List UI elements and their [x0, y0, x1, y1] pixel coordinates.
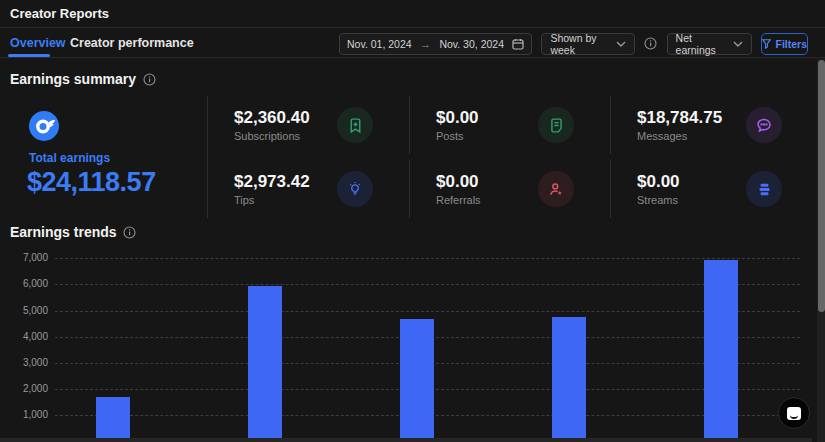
page-title: Creator Reports — [10, 6, 109, 21]
user-star-icon — [538, 171, 574, 207]
metric-value: Net earnings — [676, 32, 734, 56]
funnel-icon — [762, 39, 771, 49]
stat-value: $18,784.75 — [637, 108, 722, 128]
vertical-scrollbar-thumb[interactable] — [818, 60, 825, 312]
stat-label: Tips — [234, 194, 310, 206]
date-range-picker[interactable]: Nov. 01, 2024 → Nov. 30, 2024 — [339, 33, 532, 55]
filters-label: Filters — [775, 38, 807, 50]
y-axis-tick-label: 4,000 — [0, 331, 48, 342]
chevron-down-icon — [733, 41, 743, 47]
info-icon[interactable] — [123, 225, 137, 239]
chevron-down-icon — [616, 41, 626, 47]
metric-select[interactable]: Net earnings — [667, 33, 753, 55]
earnings-summary-title: Earnings summary — [10, 71, 136, 87]
viewport-bottom-edge — [0, 438, 812, 442]
gridline — [55, 311, 800, 312]
earnings-bar[interactable] — [704, 260, 738, 442]
creator-reports-page: Creator Reports Overview Creator perform… — [0, 0, 825, 442]
shown-by-select[interactable]: Shown by week — [541, 33, 635, 55]
stat-value: $0.00 — [637, 172, 680, 192]
info-icon[interactable] — [142, 72, 156, 86]
stat-label: Posts — [436, 130, 479, 142]
tab-creator-performance[interactable]: Creator performance — [70, 36, 194, 50]
date-start[interactable]: Nov. 01, 2024 — [347, 38, 412, 50]
stat-label: Referrals — [436, 194, 481, 206]
y-axis-tick-label: 3,000 — [0, 357, 48, 368]
shown-by-value: Shown by week — [550, 32, 616, 56]
stat-messages: $18,784.75 Messages — [610, 96, 818, 154]
y-axis-tick-label: 1,000 — [0, 409, 48, 420]
y-axis-tick-label: 7,000 — [0, 252, 48, 263]
earnings-trends-title: Earnings trends — [10, 224, 117, 240]
stat-streams: $0.00 Streams — [610, 160, 818, 218]
y-axis-tick-label: 5,000 — [0, 305, 48, 316]
total-earnings-label: Total earnings — [29, 151, 110, 165]
stat-label: Streams — [637, 194, 680, 206]
gridline — [55, 284, 800, 285]
stat-value: $0.00 — [436, 172, 481, 192]
calendar-icon[interactable] — [512, 38, 524, 50]
earnings-trends-header: Earnings trends — [10, 224, 137, 240]
earnings-trends-chart: 1,0002,0003,0004,0005,0006,0007,000 — [0, 248, 812, 442]
info-icon[interactable] — [644, 37, 658, 51]
stat-posts: $0.00 Posts — [409, 96, 610, 154]
y-axis-tick-label: 2,000 — [0, 383, 48, 394]
date-end[interactable]: Nov. 30, 2024 — [439, 38, 504, 50]
arrow-right-icon: → — [420, 38, 431, 50]
bookmark-plus-icon — [337, 107, 373, 143]
onlyfans-logo — [29, 111, 59, 141]
earnings-bar[interactable] — [552, 317, 586, 442]
earnings-bar[interactable] — [248, 286, 282, 442]
stat-value: $0.00 — [436, 108, 479, 128]
stat-subscriptions: $2,360.40 Subscriptions — [208, 96, 409, 154]
earnings-bar[interactable] — [96, 397, 130, 442]
report-toolbar: Nov. 01, 2024 → Nov. 30, 2024 Shown by w… — [339, 32, 808, 55]
stat-referrals: $0.00 Referrals — [409, 160, 610, 218]
stat-label: Subscriptions — [234, 130, 310, 142]
earnings-summary-header: Earnings summary — [10, 71, 156, 87]
earnings-bar[interactable] — [400, 319, 434, 442]
total-earnings-value: $24,118.57 — [27, 167, 156, 198]
chat-launcher-button[interactable] — [778, 397, 810, 429]
lightbulb-icon — [337, 171, 373, 207]
earnings-stats-grid: $2,360.40 Subscriptions $0.00 Posts $18,… — [207, 96, 817, 218]
document-icon — [538, 107, 574, 143]
stacked-streams-icon — [746, 171, 782, 207]
tab-overview[interactable]: Overview — [10, 36, 66, 50]
stat-label: Messages — [637, 130, 722, 142]
chat-bubble-dots-icon — [746, 107, 782, 143]
messenger-bubble-icon — [787, 407, 801, 420]
header-divider — [0, 27, 825, 28]
stat-value: $2,360.40 — [234, 108, 310, 128]
gridline — [55, 258, 800, 259]
filters-button[interactable]: Filters — [761, 33, 808, 55]
stat-tips: $2,973.42 Tips — [208, 160, 409, 218]
tabs-divider — [0, 57, 825, 58]
y-axis-tick-label: 6,000 — [0, 278, 48, 289]
stat-value: $2,973.42 — [234, 172, 310, 192]
